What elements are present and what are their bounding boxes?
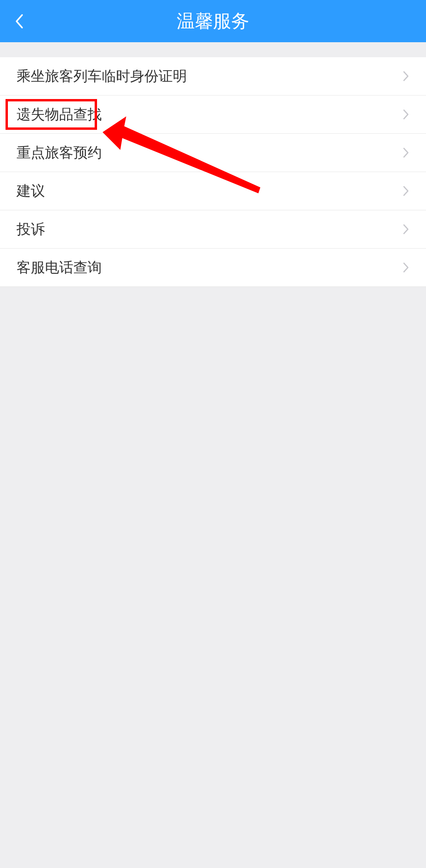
list-item-complaint[interactable]: 投诉 bbox=[0, 210, 426, 249]
list-item-suggestion[interactable]: 建议 bbox=[0, 172, 426, 210]
list-item-label: 乘坐旅客列车临时身份证明 bbox=[17, 67, 187, 86]
list-item-label: 建议 bbox=[17, 181, 45, 201]
chevron-right-icon bbox=[402, 70, 409, 82]
service-list: 乘坐旅客列车临时身份证明 遗失物品查找 重点旅客预约 建议 投诉 客服电话查询 bbox=[0, 57, 426, 287]
chevron-right-icon bbox=[402, 223, 409, 235]
header: 温馨服务 bbox=[0, 0, 426, 42]
chevron-right-icon bbox=[402, 262, 409, 273]
chevron-right-icon bbox=[402, 185, 409, 197]
list-item-label: 重点旅客预约 bbox=[17, 143, 102, 163]
list-item-label: 遗失物品查找 bbox=[17, 105, 102, 124]
chevron-right-icon bbox=[402, 108, 409, 120]
list-item-lost-and-found[interactable]: 遗失物品查找 bbox=[0, 95, 426, 134]
list-item-temp-id-cert[interactable]: 乘坐旅客列车临时身份证明 bbox=[0, 57, 426, 95]
page-title: 温馨服务 bbox=[0, 9, 426, 34]
list-item-key-passenger-appointment[interactable]: 重点旅客预约 bbox=[0, 134, 426, 172]
list-item-label: 投诉 bbox=[17, 220, 45, 239]
list-item-customer-service-phone[interactable]: 客服电话查询 bbox=[0, 249, 426, 287]
back-button[interactable] bbox=[9, 12, 28, 31]
spacer bbox=[0, 42, 426, 57]
list-item-label: 客服电话查询 bbox=[17, 258, 102, 277]
chevron-right-icon bbox=[402, 147, 409, 159]
back-icon bbox=[14, 13, 24, 29]
